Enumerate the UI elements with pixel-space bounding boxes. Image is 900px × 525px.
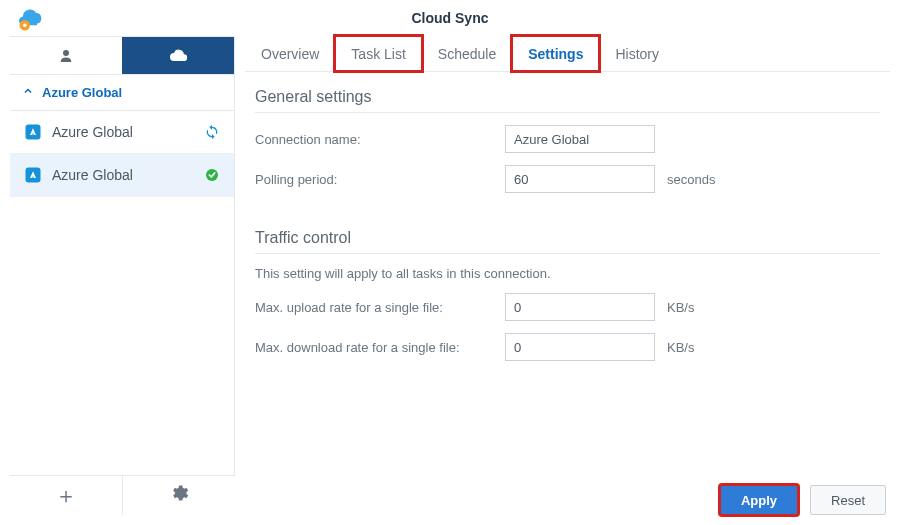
traffic-note: This setting will apply to all tasks in …: [255, 266, 880, 281]
tab-history[interactable]: History: [599, 36, 675, 71]
azure-icon: [24, 123, 42, 141]
max-upload-input[interactable]: [505, 293, 655, 321]
footer-buttons: Apply Reset: [720, 485, 886, 515]
add-connection-button[interactable]: ＋: [10, 476, 122, 515]
max-download-input[interactable]: [505, 333, 655, 361]
sidebar-tab-user[interactable]: [10, 37, 122, 74]
sidebar-bottom-bar: ＋: [10, 475, 235, 515]
sidebar-tab-cloud[interactable]: [122, 37, 234, 74]
tab-task-list[interactable]: Task List: [335, 36, 421, 71]
plus-icon: ＋: [55, 481, 77, 511]
connection-item[interactable]: Azure Global: [10, 111, 234, 154]
connection-group-label: Azure Global: [42, 85, 122, 100]
general-heading: General settings: [255, 88, 880, 106]
traffic-heading: Traffic control: [255, 229, 880, 247]
tab-bar: Overview Task List Schedule Settings His…: [245, 36, 890, 72]
connection-label: Azure Global: [52, 167, 204, 183]
connection-label: Azure Global: [52, 124, 204, 140]
upload-unit: KB/s: [667, 300, 694, 315]
tab-overview[interactable]: Overview: [245, 36, 335, 71]
polling-unit: seconds: [667, 172, 715, 187]
window-title: Cloud Sync: [0, 10, 900, 26]
download-unit: KB/s: [667, 340, 694, 355]
check-icon: [204, 167, 220, 183]
settings-button[interactable]: [122, 476, 235, 515]
reset-button[interactable]: Reset: [810, 485, 886, 515]
gear-icon: [169, 483, 189, 509]
polling-period-input[interactable]: [505, 165, 655, 193]
sidebar: Azure Global Azure Global Azure Global: [10, 36, 235, 475]
sync-icon: [204, 124, 220, 140]
tab-schedule[interactable]: Schedule: [422, 36, 512, 71]
connection-name-input[interactable]: [505, 125, 655, 153]
tab-settings[interactable]: Settings: [512, 36, 599, 71]
polling-period-label: Polling period:: [255, 172, 505, 187]
max-download-label: Max. download rate for a single file:: [255, 340, 505, 355]
main-panel: Overview Task List Schedule Settings His…: [245, 36, 890, 475]
max-upload-label: Max. upload rate for a single file:: [255, 300, 505, 315]
connection-item[interactable]: Azure Global: [10, 154, 234, 197]
apply-button[interactable]: Apply: [720, 485, 798, 515]
azure-icon: [24, 166, 42, 184]
connection-group-header[interactable]: Azure Global: [10, 75, 234, 111]
connection-name-label: Connection name:: [255, 132, 505, 147]
chevron-up-icon: [22, 85, 34, 100]
